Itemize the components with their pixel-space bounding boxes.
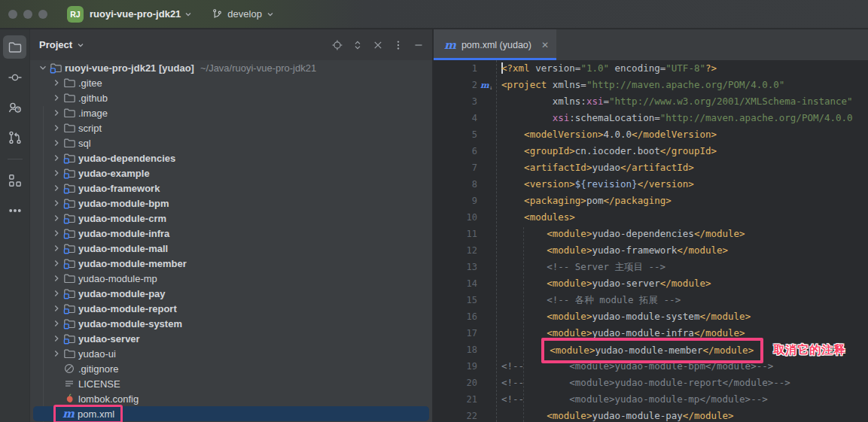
tree-item-root[interactable]: ruoyi-vue-pro-jdk21 [yudao]~/Java/ruoyi-… <box>30 60 432 75</box>
chevron-right-icon[interactable] <box>50 167 63 179</box>
chevron-right-icon[interactable] <box>50 122 63 134</box>
git-branch-widget[interactable]: develop <box>212 8 274 20</box>
line-number[interactable]: 6 <box>434 143 497 159</box>
chevron-right-icon[interactable] <box>50 197 63 209</box>
code-line-20[interactable]: 20<!-- <module>yudao-module-report</modu… <box>434 375 868 391</box>
tree-item-yudao-dependencies[interactable]: yudao-dependencies <box>30 150 432 165</box>
code-line-2[interactable]: 2m↓<project xmlns="http://maven.apache.o… <box>434 77 868 93</box>
tree-item-yudao-module-mp[interactable]: yudao-module-mp <box>30 271 432 286</box>
project-name-widget[interactable]: ruoyi-vue-pro-jdk21 <box>90 8 181 20</box>
code-line-21[interactable]: 21<!-- <module>yudao-module-mp</module>-… <box>434 391 868 408</box>
code-editor[interactable]: 1<?xml version="1.0" encoding="UTF-8"?>2… <box>434 60 868 422</box>
users-question-icon[interactable]: ? <box>3 96 26 119</box>
tree-item-yudao-example[interactable]: yudao-example <box>30 165 432 181</box>
tree-item-.gitignore[interactable]: .gitignore <box>30 361 432 376</box>
line-number[interactable]: 19 <box>434 358 497 375</box>
line-number[interactable]: 15 <box>434 292 497 308</box>
tree-item-yudao-framework[interactable]: yudao-framework <box>30 181 432 196</box>
commit-icon[interactable] <box>3 65 26 89</box>
maven-gutter-icon[interactable]: m↓ <box>480 77 492 93</box>
chevron-right-icon[interactable] <box>50 272 63 284</box>
code-line-1[interactable]: 1<?xml version="1.0" encoding="UTF-8"?> <box>434 60 868 77</box>
line-number[interactable]: 5 <box>434 126 497 143</box>
chevron-right-icon[interactable] <box>50 137 63 149</box>
chevron-right-icon[interactable] <box>50 317 63 329</box>
line-number[interactable]: 10 <box>434 209 497 226</box>
chevron-down-icon[interactable] <box>77 41 84 49</box>
line-number[interactable]: 8 <box>434 176 497 193</box>
code-line-3[interactable]: 3 xmlns:xsi="http://www.w3.org/2001/XMLS… <box>434 93 868 110</box>
hide-panel-icon[interactable] <box>410 36 428 54</box>
chevron-down-icon[interactable] <box>184 11 192 18</box>
chevron-right-icon[interactable] <box>50 302 63 314</box>
tree-item-yudao-module-crm[interactable]: yudao-module-crm <box>30 211 432 226</box>
chevron-right-icon[interactable] <box>50 77 63 89</box>
line-number[interactable]: 20 <box>434 375 497 391</box>
chevron-right-icon[interactable] <box>50 348 63 360</box>
tree-item-script[interactable]: script <box>30 120 432 135</box>
line-number[interactable]: 9 <box>434 193 497 209</box>
code-line-10[interactable]: 10 <modules> <box>434 209 868 226</box>
line-number[interactable]: 1 <box>434 60 497 77</box>
code-line-16[interactable]: 16 <module>yudao-module-system</module> <box>434 308 868 325</box>
code-line-13[interactable]: 13 <!-- Server 主项目 --> <box>434 259 868 275</box>
line-number[interactable]: 12 <box>434 242 497 259</box>
zoom-window-icon[interactable] <box>38 10 47 19</box>
code-line-11[interactable]: 11 <module>yudao-dependencies</module> <box>434 226 868 242</box>
code-line-4[interactable]: 4 xsi:schemaLocation="http://maven.apach… <box>434 110 868 126</box>
line-number[interactable]: 7 <box>434 159 497 176</box>
tree-item-sql[interactable]: sql <box>30 135 432 150</box>
chevron-expanded-icon[interactable] <box>36 62 50 74</box>
tree-item-yudao-module-infra[interactable]: yudao-module-infra <box>30 226 432 241</box>
code-line-18[interactable]: 18 <module>yudao-module-member</module>取… <box>434 342 868 358</box>
pull-request-icon[interactable] <box>3 126 26 149</box>
tree-item-yudao-module-system[interactable]: yudao-module-system <box>30 316 432 331</box>
tree-item-LICENSE[interactable]: LICENSE <box>30 376 432 391</box>
code-line-22[interactable]: 22 <module>yudao-module-pay</module> <box>434 408 868 422</box>
minimize-window-icon[interactable] <box>23 10 32 19</box>
tree-item-yudao-module-bpm[interactable]: yudao-module-bpm <box>30 196 432 211</box>
tree-item-.gitee[interactable]: .gitee <box>30 75 432 90</box>
code-line-15[interactable]: 15 <!-- 各种 module 拓展 --> <box>434 292 868 308</box>
line-number[interactable]: 18 <box>434 342 497 358</box>
line-number[interactable]: 3 <box>434 93 497 110</box>
line-number[interactable]: 17 <box>434 325 497 342</box>
locate-opened-file-icon[interactable] <box>328 36 346 54</box>
code-line-9[interactable]: 9 <packaging>pom</packaging> <box>434 193 868 209</box>
line-number[interactable]: 16 <box>434 308 497 325</box>
tree-item-pom.xml[interactable]: mpom.xml <box>33 406 429 421</box>
tab-pom-xml[interactable]: m pom.xml (yudao) ✕ <box>434 29 556 60</box>
chevron-right-icon[interactable] <box>50 152 63 164</box>
tree-item-.github[interactable]: .github <box>30 90 432 105</box>
close-tab-icon[interactable]: ✕ <box>541 40 549 50</box>
chevron-right-icon[interactable] <box>50 332 63 345</box>
chevron-right-icon[interactable] <box>50 182 63 194</box>
line-number[interactable]: 13 <box>434 259 497 275</box>
tree-item-yudao-server[interactable]: yudao-server <box>30 331 432 346</box>
tree-item-yudao-module-member[interactable]: yudao-module-member <box>30 256 432 271</box>
tree-item-.image[interactable]: .image <box>30 105 432 120</box>
code-line-8[interactable]: 8 <version>${revision}</version> <box>434 176 868 193</box>
line-number[interactable]: 11 <box>434 226 497 242</box>
chevron-right-icon[interactable] <box>50 287 63 299</box>
chevron-right-icon[interactable] <box>50 257 63 269</box>
options-menu-icon[interactable] <box>389 36 407 54</box>
chevron-right-icon[interactable] <box>50 227 63 239</box>
more-icon[interactable] <box>3 199 26 222</box>
code-line-12[interactable]: 12 <module>yudao-framework</module> <box>434 242 868 259</box>
line-number[interactable]: 22 <box>434 408 497 422</box>
chevron-right-icon[interactable] <box>50 92 63 104</box>
chevron-right-icon[interactable] <box>50 242 63 254</box>
tree-item-yudao-module-pay[interactable]: yudao-module-pay <box>30 286 432 301</box>
code-line-6[interactable]: 6 <groupId>cn.iocoder.boot</groupId> <box>434 143 868 159</box>
close-window-icon[interactable] <box>8 10 17 19</box>
code-line-14[interactable]: 14 <module>yudao-server</module> <box>434 275 868 292</box>
code-line-7[interactable]: 7 <artifactId>yudao</artifactId> <box>434 159 868 176</box>
line-number[interactable]: 14 <box>434 275 497 292</box>
panel-title[interactable]: Project <box>39 39 72 50</box>
chevron-right-icon[interactable] <box>50 107 63 119</box>
tree-item-yudao-module-mall[interactable]: yudao-module-mall <box>30 241 432 256</box>
line-number[interactable]: 21 <box>434 391 497 408</box>
collapse-all-icon[interactable] <box>369 36 387 54</box>
tree-item-yudao-module-report[interactable]: yudao-module-report <box>30 301 432 316</box>
